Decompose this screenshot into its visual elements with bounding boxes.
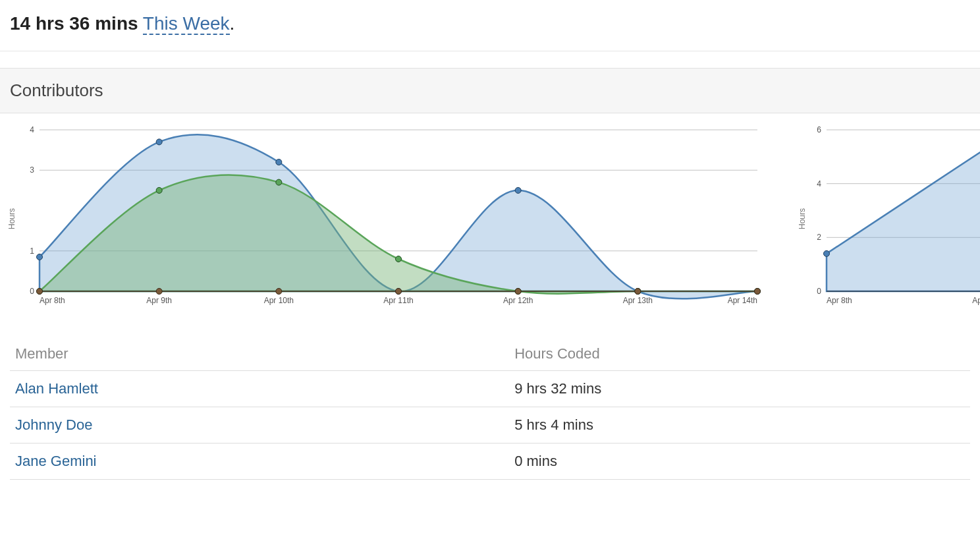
members-table-header-row: Member Hours Coded — [10, 337, 970, 371]
svg-point-12 — [515, 187, 521, 193]
svg-text:4: 4 — [817, 179, 821, 188]
svg-text:Apr 13th: Apr 13th — [623, 296, 653, 305]
svg-point-18 — [396, 256, 402, 262]
table-row: Johnny Doe5 hrs 4 mins — [10, 407, 970, 443]
svg-text:Apr 14th: Apr 14th — [728, 296, 757, 305]
svg-text:2: 2 — [817, 233, 821, 242]
summary-trailing: . — [230, 13, 235, 34]
svg-point-25 — [396, 289, 402, 295]
svg-point-9 — [156, 139, 162, 145]
member-link[interactable]: Alan Hamlett — [15, 380, 98, 397]
member-name-cell: Johnny Doe — [10, 407, 509, 443]
svg-point-28 — [755, 289, 761, 295]
svg-text:0: 0 — [30, 287, 34, 296]
svg-text:Apr 8th: Apr 8th — [40, 296, 65, 305]
member-hours-cell: 5 hrs 4 mins — [509, 407, 970, 443]
svg-text:Apr 9th: Apr 9th — [972, 296, 980, 305]
svg-point-16 — [156, 187, 162, 193]
member-link[interactable]: Jane Gemini — [15, 453, 97, 469]
charts-row: Hours 0134Apr 8thApr 9thApr 10thApr 11th… — [0, 113, 980, 324]
svg-point-23 — [156, 289, 162, 295]
svg-text:Apr 11th: Apr 11th — [383, 296, 413, 305]
col-header-member: Member — [10, 337, 509, 371]
svg-point-24 — [276, 289, 282, 295]
svg-point-8 — [37, 254, 43, 260]
table-row: Alan Hamlett9 hrs 32 mins — [10, 371, 970, 407]
svg-point-22 — [37, 289, 43, 295]
svg-point-44 — [824, 250, 830, 256]
table-row: Jane Gemini0 mins — [10, 443, 970, 480]
member-hours-cell: 0 mins — [509, 443, 970, 480]
svg-text:Apr 10th: Apr 10th — [264, 296, 294, 305]
svg-text:Apr 9th: Apr 9th — [146, 296, 172, 305]
svg-text:3: 3 — [30, 165, 34, 175]
chart-secondary: Hours 0246Apr 8thApr 9th — [790, 120, 980, 318]
member-name-cell: Jane Gemini — [10, 443, 509, 480]
chart-2-svg: 0246Apr 8thApr 9th — [790, 120, 980, 318]
svg-point-27 — [635, 289, 641, 295]
member-hours-cell: 9 hrs 32 mins — [509, 371, 970, 407]
svg-text:Apr 12th: Apr 12th — [503, 296, 533, 305]
member-name-cell: Alan Hamlett — [10, 371, 509, 407]
members-table: Member Hours Coded Alan Hamlett9 hrs 32 … — [10, 337, 970, 480]
chart-contributors: Hours 0134Apr 8thApr 9thApr 10thApr 11th… — [0, 120, 771, 318]
svg-point-17 — [276, 179, 282, 185]
contributors-header: Contributors — [0, 68, 980, 113]
chart-1-ylabel: Hours — [7, 208, 16, 229]
period-selector-link[interactable]: This Week — [143, 13, 230, 35]
chart-2-ylabel: Hours — [798, 208, 807, 229]
svg-text:4: 4 — [30, 125, 34, 134]
total-time: 14 hrs 36 mins — [10, 13, 138, 34]
chart-1-svg: 0134Apr 8thApr 9thApr 10thApr 11thApr 12… — [0, 120, 771, 318]
col-header-hours: Hours Coded — [509, 337, 970, 371]
svg-text:0: 0 — [817, 287, 821, 296]
svg-point-10 — [276, 159, 282, 165]
svg-text:6: 6 — [817, 125, 821, 134]
svg-text:1: 1 — [30, 246, 34, 256]
svg-text:Apr 8th: Apr 8th — [827, 296, 852, 305]
member-link[interactable]: Johnny Doe — [15, 416, 92, 433]
summary-bar: 14 hrs 36 mins This Week. — [0, 0, 980, 51]
svg-point-26 — [515, 289, 521, 295]
